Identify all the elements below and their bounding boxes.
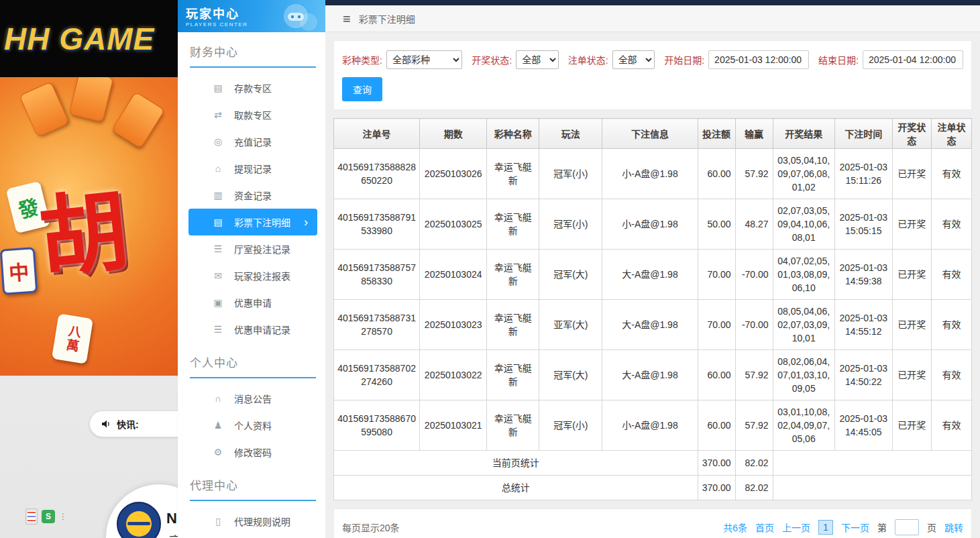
table-row: 40156917358875785833020250103024幸运飞艇新冠军(… [334,250,972,300]
background-site: HH GAME 發 中 八萬 胡 快讯: NE 高 S ⋮ [0,0,178,538]
sidebar-item[interactable]: ⚙修改密码 [178,439,325,466]
search-button[interactable]: 查询 [342,77,382,101]
player-center-sidebar: 玩家中心 PLAYERS CENTER 财务中心▤存款专区⇄取款专区◎充值记录⌂… [178,0,325,538]
start-date-label: 开始日期: [664,53,704,66]
column-header: 开奖状态 [892,119,931,149]
end-date-label: 结束日期: [818,53,859,66]
sidebar-item-label: 资金记录 [234,189,272,202]
bet-status-select[interactable]: 全部 [612,50,655,69]
team-char: 高 [169,531,178,538]
lottery-type-select[interactable]: 全部彩种 [386,50,462,69]
table-cell: 08,05,04,06,02,07,03,09,10,01 [773,300,834,350]
table-cell: 57.92 [735,400,773,451]
office-s-icon[interactable]: S [42,510,55,523]
column-header: 投注额 [698,119,735,149]
more-icon[interactable]: ⋮ [59,512,67,521]
table-cell: 已开奖 [892,350,931,400]
sidebar-item-label: 个人资料 [234,419,272,432]
jump-button[interactable]: 跳转 [944,521,963,534]
page-summary-empty [773,451,971,476]
bets-table-summary: 当前页统计 370.00 82.02 总统计 370.00 82.02 [334,451,972,500]
sidebar-item[interactable]: ∩消息公告 [178,385,325,412]
news-ticker: 快讯: [89,411,178,437]
total-summary-bet-total: 370.00 [698,476,735,500]
column-header: 下注时间 [834,119,892,149]
table-cell: 2025-01-03 15:11:26 [834,149,892,199]
mahjong-tile-back [111,91,165,148]
table-cell: 401569173588702274260 [334,350,420,400]
column-header: 开奖结果 [773,119,834,149]
site-logo-area: HH GAME [0,0,178,77]
table-cell: 20250103022 [420,350,487,400]
table-cell: 已开奖 [892,400,931,451]
sidebar-item[interactable]: ⌂提现记录 [178,155,325,182]
start-date-input[interactable] [708,50,809,69]
floating-toolbar: S ⋮ [25,508,67,525]
sidebar-item[interactable]: ▤彩票下注明细› [188,209,317,235]
table-cell: 20250103021 [420,400,487,451]
sidebar-item[interactable]: ▣优惠申请 [178,289,325,316]
sidebar-item[interactable]: ▤存款专区 [178,74,325,101]
table-cell: 大-A盘@1.98 [602,250,698,300]
sidebar-item[interactable]: ▥资金记录 [178,182,325,209]
document-icon[interactable] [25,508,38,525]
table-cell: 2025-01-03 14:50:22 [834,350,892,400]
sidebar-item[interactable]: ▦代理团队统计 [178,535,325,538]
sidebar-item-label: 提现记录 [234,162,272,175]
draw-status-select[interactable]: 全部 [516,50,559,69]
table-cell: 幸运飞艇新 [487,300,539,350]
draw-status-label: 开奖状态: [472,53,512,66]
next-page-link[interactable]: 下一页 [841,521,869,534]
team-badge: NE 高 [106,484,178,538]
table-cell: 401569173588757858330 [334,250,420,300]
sidebar-item[interactable]: ⇄取款专区 [178,101,325,128]
column-header: 注单号 [334,119,420,149]
jump-page-input[interactable] [895,519,919,535]
sidebar-item[interactable]: ▯代理规则说明 [178,508,325,535]
profile-icon: ♟ [213,420,223,431]
withdraw-icon: ⇄ [213,109,223,120]
column-header: 注单状态 [931,119,971,149]
table-cell: 03,05,04,10,09,07,06,08,01,02 [773,149,834,199]
table-cell: 亚军(大) [539,300,602,350]
table-row: 40156917358867059508020250103021幸运飞艇新冠军(… [334,400,972,451]
page-summary-bet-total: 370.00 [698,451,735,476]
bets-table: 注单号期数彩种名称玩法下注信息投注额输赢开奖结果下注时间开奖状态注单状态 401… [333,118,972,500]
mahjong-tile: 中 [0,247,38,294]
page-summary-winloss-total: 82.02 [735,451,773,476]
table-cell: 57.92 [735,149,773,199]
table-cell: 大-A盘@1.98 [602,300,698,350]
sidebar-item[interactable]: ✉玩家投注报表 [178,262,325,289]
column-header: 输赢 [735,119,773,149]
table-cell: 幸运飞艇新 [487,400,539,451]
menu-toggle-icon[interactable]: ≡ [343,12,351,25]
sidebar-item[interactable]: ☰优惠申请记录 [178,316,325,343]
first-page-link[interactable]: 首页 [755,521,774,534]
end-date-input[interactable] [863,50,963,69]
sidebar-item[interactable]: ☰厅室投注记录 [178,235,325,262]
sidebar-item-label: 充值记录 [234,135,272,148]
sidebar-item[interactable]: ♟个人资料 [178,412,325,439]
table-cell: 401569173588670595080 [334,400,420,451]
prev-page-link[interactable]: 上一页 [782,521,810,534]
table-cell: 冠军(大) [539,350,602,400]
total-summary-label: 总统计 [334,476,698,500]
table-row: 40156917358870227426020250103022幸运飞艇新冠军(… [334,350,972,400]
sidebar-item-label: 优惠申请记录 [234,323,290,336]
table-cell: 有效 [931,199,971,250]
page-summary-label: 当前页统计 [334,451,698,476]
filter-panel: 彩种类型: 全部彩种 开奖状态: 全部 注单状态: 全部 开始日期: 结束日期:… [333,40,972,110]
team-name: NE [166,510,178,527]
sidebar-item-label: 存款专区 [234,81,272,95]
pager-controls: 共6条 首页 上一页 1 下一页 第 页 跳转 [723,519,963,535]
funds-record-icon: ▥ [213,190,223,201]
chevron-right-icon: › [304,216,308,228]
sidebar-section-title: 个人中心 [190,354,316,378]
sidebar-item-label: 彩票下注明细 [234,215,290,229]
sidebar-item[interactable]: ◎充值记录 [178,128,325,155]
sidebar-section-title: 财务中心 [190,43,316,68]
table-cell: 08,02,06,04,07,01,03,10,09,05 [773,350,834,400]
table-cell: 小-A盘@1.98 [602,400,698,451]
table-cell: 20250103026 [420,149,487,199]
column-header: 期数 [420,119,487,149]
